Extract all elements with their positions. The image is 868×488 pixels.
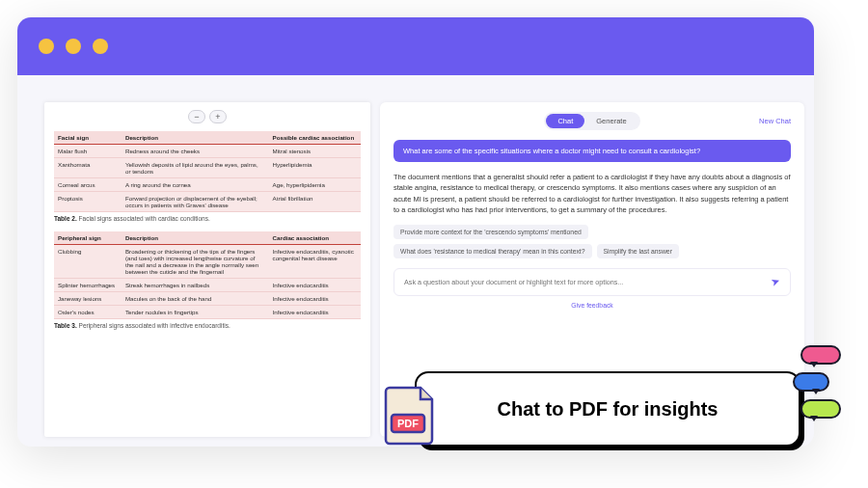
th: Facial sign [54, 131, 122, 145]
td: Broadening or thickening of the tips of … [122, 245, 269, 279]
td: Yellowish deposits of lipid around the e… [122, 158, 269, 178]
window-dot [66, 39, 81, 54]
td: Tender nodules in fingertips [122, 306, 269, 319]
callout-banner: Chat to PDF for insights [415, 371, 800, 447]
td: Infective endocarditis, cyanotic congeni… [269, 245, 361, 279]
titlebar [17, 17, 814, 75]
bubble-icon [800, 345, 841, 365]
suggestion-chips: Provide more context for the 'crescendo … [393, 225, 791, 258]
td: Atrial fibrillation [269, 192, 361, 212]
bubble-icon [793, 372, 829, 392]
mode-toggle: Chat Generate [544, 112, 639, 130]
window-dot [39, 39, 54, 54]
td: Malar flush [54, 145, 122, 158]
th: Description [122, 231, 269, 245]
td: Redness around the cheeks [122, 145, 269, 158]
tab-chat[interactable]: Chat [546, 114, 584, 128]
zoom-out-button[interactable]: − [188, 110, 205, 123]
td: Streak hemorrhages in nailbeds [122, 279, 269, 292]
td: Corneal arcus [54, 178, 122, 192]
th: Cardiac association [269, 231, 361, 245]
tab-generate[interactable]: Generate [584, 114, 637, 128]
td: Proptosis [54, 192, 122, 212]
td: Mitral stenosis [269, 145, 361, 158]
table-peripheral-signs: Peripheral sign Description Cardiac asso… [54, 231, 361, 319]
chat-header: Chat Generate New Chat [393, 112, 791, 130]
td: Age, hyperlipidemia [269, 178, 361, 192]
new-chat-link[interactable]: New Chat [759, 117, 791, 125]
document-preview: − + Facial sign Description Possible car… [44, 102, 370, 437]
ask-row: ➤ [393, 268, 791, 296]
th: Description [122, 131, 269, 145]
pdf-icon: PDF [384, 386, 436, 446]
ask-input[interactable] [404, 278, 764, 286]
suggestion-chip[interactable]: Simplify the last answer [597, 244, 679, 258]
chat-bubbles-icon [791, 345, 849, 430]
td: Splinter hemorrhages [54, 279, 122, 292]
suggestion-chip[interactable]: What does 'resistance to medical therapy… [393, 244, 592, 258]
give-feedback-link[interactable]: Give feedback [393, 302, 791, 309]
td: A ring around the cornea [122, 178, 269, 192]
user-question: What are some of the specific situations… [393, 140, 791, 162]
td: Clubbing [54, 245, 122, 279]
table-caption: Table 3. Peripheral signs associated wit… [54, 322, 361, 329]
td: Xanthomata [54, 158, 122, 178]
td: Macules on the back of the hand [122, 292, 269, 306]
suggestion-chip[interactable]: Provide more context for the 'crescendo … [393, 225, 588, 239]
td: Infective endocarditis [269, 292, 361, 306]
zoom-in-button[interactable]: + [209, 110, 227, 123]
td: Infective endocarditis [269, 306, 361, 319]
zoom-controls: − + [54, 110, 361, 123]
td: Osler's nodes [54, 306, 122, 319]
bubble-icon [800, 399, 841, 419]
pdf-label: PDF [397, 418, 419, 429]
td: Forward projection or displacement of th… [122, 192, 269, 212]
table-facial-signs: Facial sign Description Possible cardiac… [54, 131, 361, 212]
table-caption: Table 2. Facial signs associated with ca… [54, 215, 361, 222]
send-icon[interactable]: ➤ [770, 275, 782, 289]
assistant-answer: The document mentions that a generalist … [393, 172, 791, 215]
window-dot [93, 39, 108, 54]
th: Peripheral sign [54, 231, 122, 245]
callout-text: Chat to PDF for insights [498, 398, 719, 420]
td: Janeway lesions [54, 292, 122, 306]
th: Possible cardiac association [269, 131, 361, 145]
td: Hyperlipidemia [269, 158, 361, 178]
td: Infective endocarditis [269, 279, 361, 292]
